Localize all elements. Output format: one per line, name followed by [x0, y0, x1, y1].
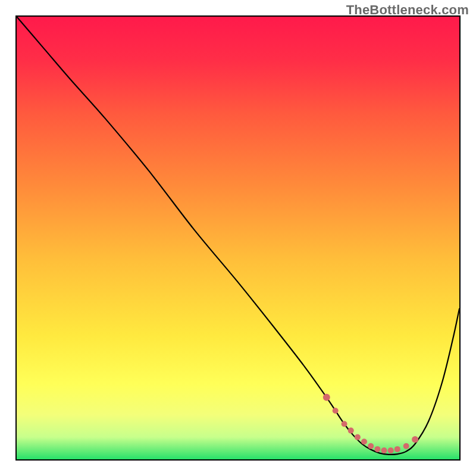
- valley-marker: [381, 447, 387, 453]
- valley-marker: [348, 428, 354, 434]
- valley-marker: [394, 446, 400, 452]
- chart-svg: [0, 0, 476, 476]
- valley-marker: [388, 447, 394, 453]
- valley-marker: [368, 443, 374, 449]
- plot-gradient: [17, 17, 459, 459]
- valley-marker: [355, 434, 361, 440]
- valley-marker: [323, 394, 330, 401]
- watermark-text: TheBottleneck.com: [346, 2, 469, 18]
- valley-marker: [342, 421, 347, 427]
- valley-marker: [333, 408, 339, 414]
- valley-marker: [374, 446, 380, 452]
- valley-marker: [361, 439, 367, 444]
- chart-container: TheBottleneck.com: [0, 0, 476, 476]
- valley-marker: [403, 443, 409, 449]
- valley-marker: [412, 436, 418, 443]
